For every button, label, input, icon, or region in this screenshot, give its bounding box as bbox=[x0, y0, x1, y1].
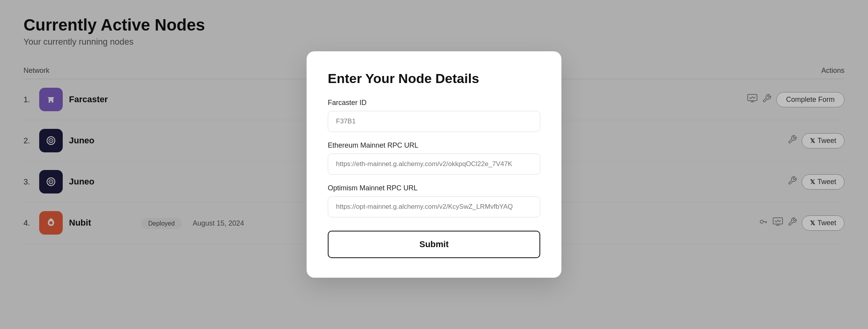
farcaster-id-label: Farcaster ID bbox=[328, 99, 540, 107]
modal-title: Enter Your Node Details bbox=[328, 71, 540, 86]
modal-overlay[interactable]: Enter Your Node Details Farcaster ID Eth… bbox=[0, 0, 868, 329]
eth-rpc-label: Ethereum Mainnet RPC URL bbox=[328, 141, 540, 150]
submit-button[interactable]: Submit bbox=[328, 231, 540, 258]
opt-rpc-input[interactable] bbox=[328, 196, 540, 217]
farcaster-id-group: Farcaster ID bbox=[328, 99, 540, 132]
modal-dialog: Enter Your Node Details Farcaster ID Eth… bbox=[307, 51, 561, 278]
eth-rpc-group: Ethereum Mainnet RPC URL bbox=[328, 141, 540, 175]
opt-rpc-group: Optimism Mainnet RPC URL bbox=[328, 184, 540, 217]
opt-rpc-label: Optimism Mainnet RPC URL bbox=[328, 184, 540, 192]
eth-rpc-input[interactable] bbox=[328, 154, 540, 175]
farcaster-id-input[interactable] bbox=[328, 111, 540, 132]
